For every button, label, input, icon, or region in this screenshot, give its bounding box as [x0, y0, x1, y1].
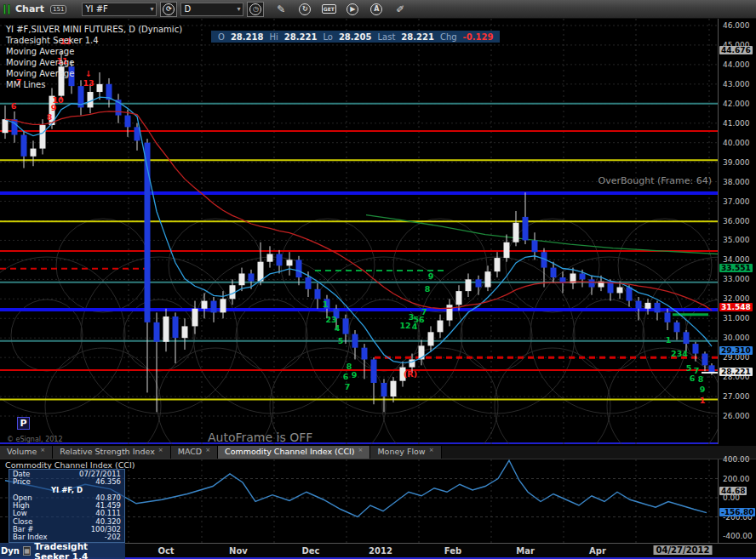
cci-value-tag: -156.80: [719, 508, 755, 516]
tab-money-flow[interactable]: Money Flow×: [370, 446, 441, 459]
svg-text:4: 4: [335, 323, 341, 333]
cursor-data-window: Date07/27/2011Price46.356YI #F, DOpen40.…: [9, 469, 125, 543]
svg-text:9: 9: [428, 271, 434, 281]
cci-axis-label: 200.00: [723, 475, 750, 483]
tab-volume[interactable]: Volume×: [0, 446, 53, 459]
p-badge[interactable]: P: [17, 417, 30, 430]
svg-text:9: 9: [352, 370, 358, 379]
legend-line: Moving Average: [6, 68, 182, 79]
replay-icon[interactable]: ↻: [296, 2, 313, 17]
date-label: Oct: [158, 546, 174, 556]
get-data-icon[interactable]: GET: [320, 2, 337, 17]
tab-macd[interactable]: MACD×: [171, 446, 218, 459]
svg-text:8: 8: [425, 284, 431, 294]
high-label: Hi: [269, 32, 278, 42]
price-axis-label: 39.000: [723, 158, 750, 167]
price-axis-label: 41.000: [723, 119, 750, 128]
date-label: Dec: [301, 546, 319, 556]
close-icon[interactable]: ×: [40, 447, 45, 453]
close-icon[interactable]: ×: [358, 447, 364, 453]
refresh-icon: ⟳: [163, 3, 175, 15]
high-value: 28.221: [284, 32, 318, 42]
window-badge: 151: [50, 5, 66, 14]
svg-text:5: 5: [338, 336, 344, 345]
price-axis-label: 30.000: [723, 334, 750, 342]
draw-pencil-icon[interactable]: ✎: [272, 2, 289, 17]
symbol-input[interactable]: YI #F ▾: [82, 3, 157, 16]
svg-text:5: 5: [686, 363, 692, 373]
date-label: 2012: [369, 546, 392, 556]
template-icon[interactable]: ▦: [23, 546, 31, 556]
chart-window: Chart 151 YI #F ▾ ⟳ D ▾ ◷ ✎↻GET▶A✐ 76891…: [0, 0, 756, 559]
clock-icon: ◷: [249, 3, 261, 15]
close-icon[interactable]: ×: [158, 447, 163, 453]
slow-ma-line: [5, 111, 712, 311]
price-axis-label: 37.000: [723, 197, 750, 206]
svg-text:8: 8: [698, 374, 704, 384]
chevron-down-icon[interactable]: ▾: [237, 5, 240, 13]
tab-label: Relative Strength Index: [60, 447, 155, 456]
svg-text:7: 7: [421, 307, 427, 317]
open-value: 28.218: [231, 32, 264, 42]
toolbar: Chart 151 YI #F ▾ ⟳ D ▾ ◷ ✎↻GET▶A✐: [0, 0, 756, 19]
close-icon[interactable]: ×: [205, 447, 210, 453]
svg-text:6: 6: [343, 372, 349, 381]
horizontal-lines-layer: [0, 104, 718, 400]
cci-axis-label: -400.00: [723, 532, 753, 540]
low-value: 28.205: [339, 32, 372, 42]
overbought-label: OverBought (Frame: 64): [598, 175, 712, 186]
main-chart-region[interactable]: 7689101112↓131(R)12345869712345678912345…: [0, 19, 756, 444]
low-label: Lo: [323, 32, 333, 42]
price-tag: 31.548: [719, 303, 753, 311]
svg-text:6: 6: [690, 374, 696, 383]
svg-text:6: 6: [11, 101, 17, 111]
cci-panel[interactable]: 400.00200.000.00-200.00-400.0044.68-156.…: [0, 459, 756, 543]
auto-icon[interactable]: A: [368, 2, 385, 17]
price-axis-label: 31.000: [723, 314, 750, 322]
cci-axis-label: 400.00: [723, 455, 750, 464]
svg-text:234: 234: [671, 349, 688, 358]
price-axis-label: 40.000: [723, 139, 750, 147]
symbol-refresh-button[interactable]: ⟳: [160, 2, 177, 17]
price-axis-label: 26.000: [723, 412, 750, 420]
last-label: Last: [377, 32, 395, 42]
chart-title: YI #F,SILVER MINI FUTURES, D (Dynamic): [6, 24, 182, 35]
svg-text:1: 1: [700, 396, 706, 405]
tab-relative-strength-index[interactable]: Relative Strength Index×: [53, 446, 170, 459]
price-axis-label: 34.000: [723, 255, 750, 264]
svg-text:12: 12: [399, 321, 410, 330]
symbol-value: YI #F: [85, 4, 107, 14]
svg-text:9: 9: [700, 385, 706, 394]
autoframe-status: AutoFrame is OFF: [208, 431, 312, 444]
cci-value-tag: 44.68: [719, 487, 747, 495]
link-tool-icon[interactable]: ✐: [392, 2, 409, 17]
svg-text:(R): (R): [404, 369, 417, 379]
price-axis-label: 44.000: [723, 60, 750, 69]
price-tag: 28.221: [719, 368, 753, 376]
date-cursor-tag: 04/27/2012: [654, 545, 713, 555]
interval-select[interactable]: D ▾: [180, 3, 243, 16]
svg-text:10: 10: [52, 95, 64, 105]
close-icon[interactable]: ×: [429, 447, 434, 453]
candles-layer: [3, 51, 715, 412]
tab-label: MACD: [178, 447, 202, 456]
chevron-down-icon[interactable]: ▾: [150, 5, 153, 13]
price-axis[interactable]: 26.00027.00028.00029.00030.00031.00032.0…: [718, 19, 756, 444]
time-template-button[interactable]: ◷: [247, 2, 264, 17]
dyn-indicator[interactable]: Dyn: [1, 546, 20, 556]
tab-commodity-channel-index-cci-[interactable]: Commodity Channel Index (CCI)×: [218, 446, 370, 459]
open-label: O: [218, 32, 225, 42]
brand-text: Tradesight Seeker 1.4: [34, 541, 125, 559]
price-axis-label: 27.000: [723, 392, 750, 401]
price-axis-label: 38.000: [723, 178, 750, 186]
cci-axis[interactable]: 400.00200.000.00-200.00-400.0044.68-156.…: [718, 459, 756, 543]
quote-bar: O 28.218 Hi 28.221 Lo 28.205 Last 28.221…: [211, 31, 500, 43]
price-axis-label: 46.000: [723, 21, 750, 30]
tab-label: Volume: [7, 447, 37, 456]
price-tag: 44.676: [719, 46, 753, 54]
play-icon[interactable]: ▶: [344, 2, 361, 17]
indicator-tabs: Volume×Relative Strength Index×MACD×Comm…: [0, 446, 756, 459]
svg-text:1: 1: [666, 335, 672, 345]
price-axis-label: 42.000: [723, 100, 750, 108]
last-value: 28.221: [401, 32, 434, 42]
